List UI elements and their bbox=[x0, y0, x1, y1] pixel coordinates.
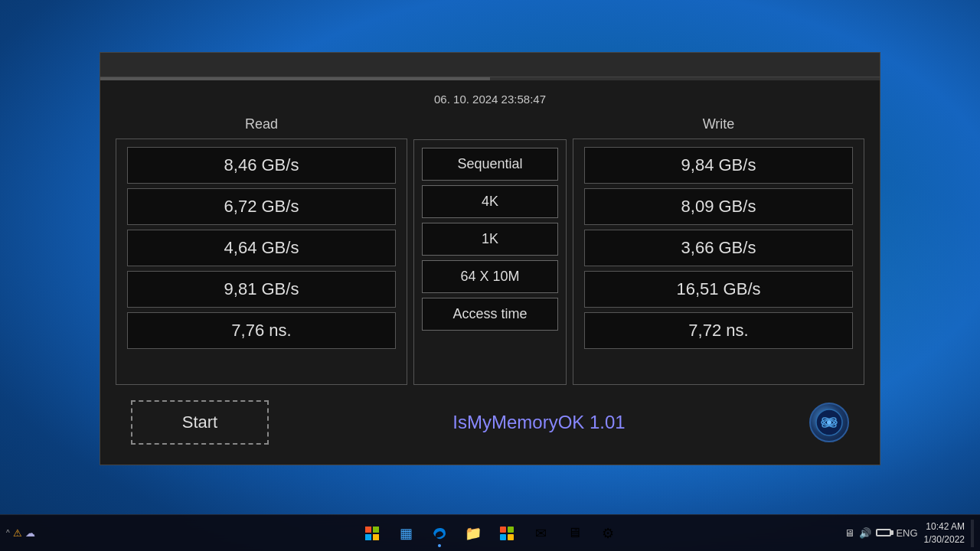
footer: Start IsMyMemoryOK 1.01 bbox=[116, 393, 864, 452]
read-1k: 4,64 GB/s bbox=[127, 230, 396, 266]
write-access-time: 7,72 ns. bbox=[584, 312, 853, 349]
write-column: Write 9,84 GB/s 8,09 GB/s 3,66 GB/s 16,5… bbox=[573, 116, 864, 385]
taskbar: ^ ⚠ ☁ ▦ 📁 ✉ 🖥 bbox=[0, 514, 980, 551]
speaker-icon[interactable]: 🔊 bbox=[859, 527, 871, 539]
read-sequential: 8,46 GB/s bbox=[127, 147, 396, 184]
start-button[interactable]: Start bbox=[131, 400, 269, 445]
sequential-btn[interactable]: Sequential bbox=[422, 148, 558, 181]
app-window: 06. 10. 2024 23:58:47 Read 8,46 GB/s 6,7… bbox=[100, 52, 880, 465]
write-header: Write bbox=[573, 116, 864, 132]
clock-date: 1/30/2022 bbox=[924, 533, 965, 546]
taskbar-sys-icons: 🖥 🔊 ENG bbox=[844, 527, 917, 539]
64x10m-btn[interactable]: 64 X 10M bbox=[422, 260, 558, 293]
taskbar-store-button[interactable] bbox=[492, 518, 522, 549]
svg-rect-8 bbox=[373, 534, 379, 540]
read-column: Read 8,46 GB/s 6,72 GB/s 4,64 GB/s 9,81 … bbox=[116, 116, 407, 385]
clock-time: 10:42 AM bbox=[924, 520, 965, 533]
svg-rect-5 bbox=[365, 527, 371, 533]
svg-rect-9 bbox=[500, 527, 506, 533]
taskbar-start-button[interactable] bbox=[357, 518, 387, 549]
taskbar-widgets-button[interactable]: ▦ bbox=[390, 518, 421, 549]
read-access-time: 7,76 ns. bbox=[127, 312, 396, 349]
monitor-icon[interactable]: 🖥 bbox=[844, 527, 854, 539]
taskbar-files-button[interactable]: 📁 bbox=[458, 518, 488, 549]
taskbar-left: ^ ⚠ ☁ bbox=[6, 527, 35, 539]
write-4k: 8,09 GB/s bbox=[584, 188, 853, 225]
taskbar-center: ▦ 📁 ✉ 🖥 ⚙ bbox=[357, 518, 623, 549]
lang-indicator[interactable]: ENG bbox=[896, 527, 917, 539]
battery-icon-area[interactable] bbox=[876, 527, 891, 539]
taskbar-right: 🖥 🔊 ENG 10:42 AM 1/30/2022 bbox=[844, 520, 974, 547]
title-bar bbox=[100, 53, 880, 77]
access-time-btn[interactable]: Access time bbox=[422, 298, 558, 331]
svg-rect-11 bbox=[500, 534, 506, 540]
read-values: 8,46 GB/s 6,72 GB/s 4,64 GB/s 9,81 GB/s … bbox=[116, 139, 407, 385]
read-header: Read bbox=[116, 116, 407, 132]
taskbar-cloud-icon: ☁ bbox=[25, 527, 35, 539]
center-buttons: Sequential 4K 1K 64 X 10M Access time bbox=[413, 139, 567, 385]
app-title: IsMyMemoryOK 1.01 bbox=[284, 412, 794, 433]
app-content: 06. 10. 2024 23:58:47 Read 8,46 GB/s 6,7… bbox=[100, 80, 880, 465]
taskbar-mail-button[interactable]: ✉ bbox=[525, 518, 556, 549]
progress-bar bbox=[100, 77, 880, 80]
4k-btn[interactable]: 4K bbox=[422, 185, 558, 218]
timestamp: 06. 10. 2024 23:58:47 bbox=[116, 93, 864, 106]
taskbar-warning-icon: ⚠ bbox=[13, 527, 22, 539]
svg-rect-7 bbox=[365, 534, 371, 540]
write-values: 9,84 GB/s 8,09 GB/s 3,66 GB/s 16,51 GB/s… bbox=[573, 139, 864, 385]
taskbar-photos-button[interactable]: 🖥 bbox=[559, 518, 590, 549]
progress-fill bbox=[100, 77, 490, 80]
1k-btn[interactable]: 1K bbox=[422, 223, 558, 256]
write-sequential: 9,84 GB/s bbox=[584, 147, 853, 184]
write-64x10m: 16,51 GB/s bbox=[584, 271, 853, 308]
center-column: Sequential 4K 1K 64 X 10M Access time bbox=[413, 116, 567, 385]
svg-rect-12 bbox=[508, 534, 514, 540]
write-1k: 3,66 GB/s bbox=[584, 230, 853, 266]
svg-rect-10 bbox=[508, 527, 514, 533]
app-logo bbox=[809, 403, 849, 442]
taskbar-overflow-icon[interactable]: ^ bbox=[6, 529, 10, 537]
taskbar-edge-button[interactable] bbox=[424, 518, 455, 549]
show-desktop-button[interactable] bbox=[971, 520, 974, 547]
taskbar-settings-button[interactable]: ⚙ bbox=[593, 518, 623, 549]
center-timestamp bbox=[413, 116, 567, 133]
svg-rect-6 bbox=[373, 527, 379, 533]
benchmark-grid: Read 8,46 GB/s 6,72 GB/s 4,64 GB/s 9,81 … bbox=[116, 116, 864, 385]
svg-point-4 bbox=[827, 420, 831, 425]
taskbar-clock[interactable]: 10:42 AM 1/30/2022 bbox=[924, 520, 965, 546]
read-64x10m: 9,81 GB/s bbox=[127, 271, 396, 308]
read-4k: 6,72 GB/s bbox=[127, 188, 396, 225]
